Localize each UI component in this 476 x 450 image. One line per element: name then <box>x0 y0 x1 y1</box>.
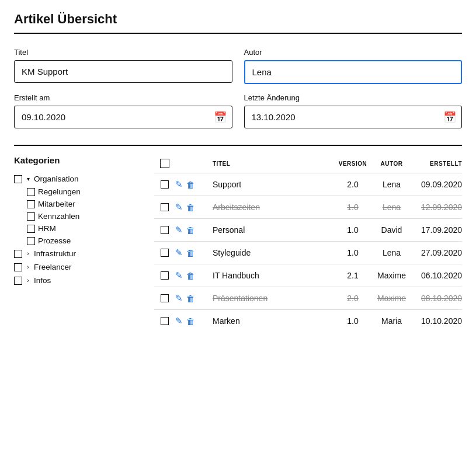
master-checkbox[interactable] <box>160 159 169 168</box>
tree-label: Infrastruktur <box>34 249 76 258</box>
table-row: ✎🗑Support2.0Lena09.09.2020 <box>154 173 462 196</box>
tree-arrow: › <box>25 250 31 257</box>
row-version: 2.1 <box>333 271 373 280</box>
sidebar-title: Kategorien <box>14 155 143 165</box>
delete-icon[interactable]: 🗑 <box>186 294 195 304</box>
table-row: ✎🗑IT Handbuch2.1Maxime06.10.2020 <box>154 264 462 287</box>
tree-child-checkbox[interactable] <box>27 225 35 233</box>
tree-child-label: Mitarbeiter <box>38 200 75 208</box>
row-checkbox[interactable] <box>161 249 169 257</box>
tree-children-0: RegelungenMitarbeiterKennzahlenHRMProzes… <box>14 186 143 247</box>
tree-item-2[interactable]: ›Freelancer <box>14 260 143 274</box>
created-group: Erstellt am 📅 <box>14 93 232 128</box>
last-changed-label: Letzte Änderung <box>244 93 463 102</box>
delete-icon[interactable]: 🗑 <box>186 248 195 258</box>
delete-icon[interactable]: 🗑 <box>186 180 195 190</box>
last-changed-group: Letzte Änderung 📅 <box>244 93 463 128</box>
title-input[interactable] <box>14 60 232 83</box>
row-author: Maxime <box>373 271 411 280</box>
tree-child-item-0-3[interactable]: HRM <box>27 222 143 235</box>
tree-top-item-3[interactable]: ›Infos <box>14 274 143 287</box>
row-author: Lena <box>373 203 411 212</box>
edit-icon[interactable]: ✎ <box>175 179 183 190</box>
last-changed-input[interactable] <box>244 106 463 128</box>
tree-label: Organisation <box>34 175 79 183</box>
tree-child-checkbox[interactable] <box>27 200 35 208</box>
tree-item-3[interactable]: ›Infos <box>14 274 143 287</box>
row-actions-cell: ✎🗑 <box>175 270 213 281</box>
sidebar: Kategorien ▾OrganisationRegelungenMitarb… <box>14 155 148 332</box>
delete-icon[interactable]: 🗑 <box>186 225 195 235</box>
tree-child-item-0-0[interactable]: Regelungen <box>27 186 143 198</box>
table-row: ✎🗑Präsentationen2.0Maxime08.10.2020 <box>154 287 462 310</box>
row-check-cell[interactable] <box>154 317 175 325</box>
tree-child-label: Prozesse <box>38 236 71 245</box>
row-checkbox[interactable] <box>161 180 169 189</box>
created-input[interactable] <box>14 106 232 128</box>
row-check-cell[interactable] <box>154 249 175 257</box>
tree-child-label: Kennzahlen <box>38 212 79 221</box>
tree-checkbox[interactable] <box>14 277 22 285</box>
delete-icon[interactable]: 🗑 <box>186 316 195 326</box>
row-check-cell[interactable] <box>154 180 175 189</box>
created-label: Erstellt am <box>14 93 232 102</box>
edit-icon[interactable]: ✎ <box>175 247 183 258</box>
tree-child-checkbox[interactable] <box>27 212 35 221</box>
tree-item-1[interactable]: ›Infrastruktur <box>14 247 143 260</box>
edit-icon[interactable]: ✎ <box>175 270 183 281</box>
edit-icon[interactable]: ✎ <box>175 293 183 304</box>
delete-icon[interactable]: 🗑 <box>186 271 195 281</box>
row-checkbox[interactable] <box>161 294 169 302</box>
tree-child-checkbox[interactable] <box>27 188 35 196</box>
main-area: Kategorien ▾OrganisationRegelungenMitarb… <box>14 145 462 332</box>
tree-checkbox[interactable] <box>14 250 22 258</box>
delete-icon[interactable]: 🗑 <box>186 203 195 212</box>
row-created: 10.10.2020 <box>411 316 462 326</box>
row-check-cell[interactable] <box>154 271 175 280</box>
tree-arrow: › <box>25 277 31 284</box>
table-row: ✎🗑Personal1.0David17.09.2020 <box>154 219 462 242</box>
row-check-cell[interactable] <box>154 203 175 211</box>
row-title: Styleguide <box>213 248 333 257</box>
tree-child-checkbox[interactable] <box>27 237 35 245</box>
row-actions-cell: ✎🗑 <box>175 293 213 304</box>
row-author: Maria <box>373 316 411 326</box>
row-actions-cell: ✎🗑 <box>175 225 213 235</box>
row-checkbox[interactable] <box>161 226 169 234</box>
header-check[interactable] <box>154 159 175 168</box>
edit-icon[interactable]: ✎ <box>175 202 183 212</box>
tree-item-0[interactable]: ▾OrganisationRegelungenMitarbeiterKennza… <box>14 172 143 247</box>
row-check-cell[interactable] <box>154 294 175 302</box>
tree-top-item-2[interactable]: ›Freelancer <box>14 260 143 274</box>
row-title: Arbeitszeiten <box>213 203 333 212</box>
tree-checkbox[interactable] <box>14 175 22 183</box>
edit-icon[interactable]: ✎ <box>175 316 183 326</box>
row-version: 1.0 <box>333 316 373 326</box>
row-created: 12.09.2020 <box>411 203 462 212</box>
author-input[interactable] <box>244 60 463 84</box>
row-title: Präsentationen <box>213 294 333 303</box>
row-checkbox[interactable] <box>161 203 169 211</box>
header-author: Autor <box>373 161 411 167</box>
row-author: Lena <box>373 180 411 189</box>
tree-checkbox[interactable] <box>14 263 22 271</box>
row-title: Support <box>213 180 333 189</box>
row-check-cell[interactable] <box>154 226 175 234</box>
table-row: ✎🗑Styleguide1.0Lena27.09.2020 <box>154 242 462 264</box>
tree-top-item-0[interactable]: ▾Organisation <box>14 172 143 186</box>
row-created: 06.10.2020 <box>411 271 462 280</box>
top-divider <box>14 33 462 34</box>
row-author: Lena <box>373 248 411 257</box>
tree-child-item-0-1[interactable]: Mitarbeiter <box>27 198 143 210</box>
row-title: Personal <box>213 225 333 235</box>
tree-child-item-0-4[interactable]: Prozesse <box>27 235 143 247</box>
table-row: ✎🗑Marken1.0Maria10.10.2020 <box>154 310 462 332</box>
tree-top-item-1[interactable]: ›Infrastruktur <box>14 247 143 260</box>
table-area: Titel Version Autor Erstellt ✎🗑Support2.… <box>148 155 462 332</box>
row-title: IT Handbuch <box>213 271 333 280</box>
row-author: David <box>373 225 411 235</box>
tree-child-item-0-2[interactable]: Kennzahlen <box>27 210 143 222</box>
row-checkbox[interactable] <box>161 271 169 280</box>
row-checkbox[interactable] <box>161 317 169 325</box>
edit-icon[interactable]: ✎ <box>175 225 183 235</box>
